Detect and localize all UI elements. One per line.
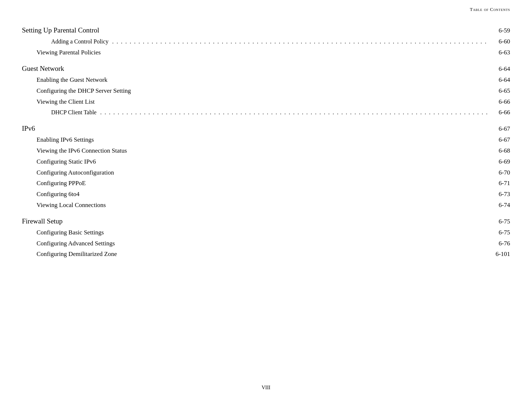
toc-entry-enabling-ipv6-settings[interactable]: Enabling IPv6 Settings 6-67	[22, 134, 510, 145]
toc-entry-viewing-the-ipv6-connection-status[interactable]: Viewing the IPv6 Connection Status 6-68	[22, 145, 510, 156]
toc-page: 6-66	[488, 96, 510, 107]
toc-entry-configuring-the-dhcp-server-setting[interactable]: Configuring the DHCP Server Setting 6-65	[22, 85, 510, 96]
toc-entry-dhcp-client-table[interactable]: DHCP Client Table 6-66	[22, 107, 510, 118]
footer-page: VIII	[262, 385, 270, 390]
toc-title: Viewing the Client List	[37, 96, 95, 107]
toc-title: Viewing the IPv6 Connection Status	[37, 145, 127, 156]
toc-page: 6-76	[488, 238, 510, 249]
toc-dots	[111, 37, 488, 47]
toc-title: Guest Network	[22, 62, 64, 74]
toc-page: 6-70	[488, 167, 510, 178]
header-title: Table of Contents	[470, 7, 510, 12]
toc-entry-viewing-parental-policies[interactable]: Viewing Parental Policies 6-63	[22, 47, 510, 58]
toc-page: 6-74	[488, 200, 510, 211]
toc-entry-configuring-autoconfiguration[interactable]: Configuring Autoconfiguration 6-70	[22, 167, 510, 178]
toc-page: 6-69	[488, 156, 510, 167]
toc-page: 6-65	[488, 85, 510, 96]
toc-title: Configuring Autoconfiguration	[37, 167, 114, 178]
toc-title: Configuring Demilitarized Zone	[37, 249, 117, 260]
toc-entry-configuring-advanced-settings[interactable]: Configuring Advanced Settings 6-76	[22, 238, 510, 249]
toc-entry-setting-up-parental-control[interactable]: Setting Up Parental Control 6-59	[22, 24, 510, 36]
toc-entry-firewall-setup[interactable]: Firewall Setup 6-75	[22, 215, 510, 227]
toc-page: 6-71	[488, 178, 510, 189]
toc-entry-guest-network[interactable]: Guest Network 6-64	[22, 62, 510, 74]
toc-title: Configuring Advanced Settings	[37, 238, 115, 249]
toc-page: 6-75	[488, 227, 510, 238]
toc-entry-viewing-local-connections[interactable]: Viewing Local Connections 6-74	[22, 200, 510, 211]
toc-title: Setting Up Parental Control	[22, 24, 99, 36]
toc-page: 6-67	[488, 123, 510, 134]
toc-page: 6-67	[488, 134, 510, 145]
toc-entry-configuring-pppoe[interactable]: Configuring PPPoE 6-71	[22, 178, 510, 189]
toc-page: 6-64	[488, 64, 510, 74]
toc-dots	[99, 107, 488, 118]
toc-page: 6-64	[488, 74, 510, 85]
toc-entry-configuring-static-ipv6[interactable]: Configuring Static IPv6 6-69	[22, 156, 510, 167]
toc-page: 6-63	[488, 47, 510, 58]
toc-title: Enabling IPv6 Settings	[37, 134, 94, 145]
toc-entry-viewing-the-client-list[interactable]: Viewing the Client List 6-66	[22, 96, 510, 107]
toc-page: 6-68	[488, 145, 510, 156]
page-header: Table of Contents	[0, 0, 532, 16]
toc-entry-configuring-6to4[interactable]: Configuring 6to4 6-73	[22, 189, 510, 200]
toc-title: Adding a Control Policy	[51, 37, 109, 47]
toc-page: 6-60	[488, 36, 510, 47]
toc-title: Firewall Setup	[22, 215, 62, 227]
toc-page: 6-73	[488, 189, 510, 200]
toc-page: 6-75	[488, 216, 510, 227]
toc-title: Viewing Local Connections	[37, 200, 106, 211]
page-footer: VIII	[0, 385, 532, 391]
toc-title: DHCP Client Table	[51, 107, 96, 118]
toc-entry-enabling-the-guest-network[interactable]: Enabling the Guest Network 6-64	[22, 74, 510, 85]
toc-title: IPv6	[22, 122, 35, 134]
toc-title: Configuring 6to4	[37, 189, 80, 200]
toc-title: Configuring Basic Settings	[37, 227, 104, 238]
toc-title: Viewing Parental Policies	[37, 47, 101, 58]
toc-title: Configuring Static IPv6	[37, 156, 96, 167]
toc-entry-adding-a-control-policy[interactable]: Adding a Control Policy 6-60	[22, 36, 510, 47]
toc-entry-ipv6[interactable]: IPv6 6-67	[22, 122, 510, 134]
toc-container: Setting Up Parental Control 6-59 Adding …	[0, 16, 532, 274]
toc-entry-configuring-demilitarized-zone[interactable]: Configuring Demilitarized Zone 6-101	[22, 249, 510, 260]
toc-title: Configuring the DHCP Server Setting	[37, 85, 131, 96]
toc-page: 6-101	[488, 249, 510, 260]
toc-title: Enabling the Guest Network	[37, 74, 107, 85]
toc-page: 6-66	[488, 107, 510, 118]
toc-title: Configuring PPPoE	[37, 178, 86, 189]
toc-page: 6-59	[488, 25, 510, 36]
toc-entry-configuring-basic-settings[interactable]: Configuring Basic Settings 6-75	[22, 227, 510, 238]
